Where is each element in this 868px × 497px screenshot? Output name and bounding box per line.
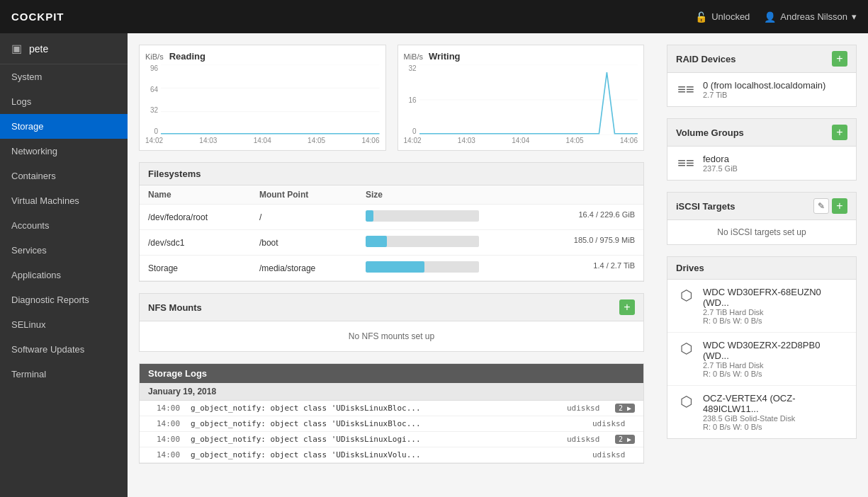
vg-title: Volume Groups (676, 127, 744, 138)
filesystems-table: Name Mount Point Size /dev/fedora/root/1… (140, 185, 643, 281)
filesystems-header: Filesystems (140, 163, 643, 185)
sidebar-host-name: pete (29, 43, 48, 55)
drive-item[interactable]: ⬡WDC WD30EFRX-68EUZN0 (WD...2.7 TiB Hard… (667, 280, 856, 333)
vg-header: Volume Groups + (667, 119, 856, 147)
log-source: udisksd (592, 419, 635, 428)
sidebar-item-system[interactable]: System (0, 64, 128, 89)
drives-body: ⬡WDC WD30EFRX-68EUZN0 (WD...2.7 TiB Hard… (667, 280, 856, 438)
sidebar-item-logs[interactable]: Logs (0, 89, 128, 114)
drive-item[interactable]: ⬡WDC WD30EZRX-22D8PB0 (WD...2.7 TiB Hard… (667, 333, 856, 386)
reading-y-axis: 96 64 32 0 (145, 64, 161, 135)
fs-mount: /media/storage (251, 256, 357, 281)
filesystems-tbody: /dev/fedora/root/16.4 / 229.6 GiB/dev/sd… (140, 205, 643, 281)
user-icon: 👤 (764, 11, 776, 23)
table-row[interactable]: Storage/media/storage1.4 / 2.7 TiB (140, 256, 643, 281)
sidebar-host: ▣ pete (0, 33, 128, 64)
drive-name: WDC WD30EZRX-22D8PB0 (WD... (703, 340, 847, 361)
raid-body: ≡≡ 0 (from localhost.localdomain) 2.7 Ti… (667, 73, 856, 106)
fs-name: Storage (140, 256, 251, 281)
sidebar-item-services[interactable]: Services (0, 238, 128, 263)
log-source: udisksd (567, 435, 609, 444)
writing-chart-svg (419, 64, 638, 135)
drive-name: WDC WD30EFRX-68EUZN0 (WD... (703, 287, 847, 308)
drive-sub: 2.7 TiB Hard Disk (703, 361, 847, 370)
fs-size-label: 185.0 / 975.9 MiB (574, 236, 635, 244)
raid-item-sub: 2.7 TiB (703, 91, 825, 99)
drive-item[interactable]: ⬡OCZ-VERTEX4 (OCZ-489ICLW11...238.5 GiB … (667, 386, 856, 438)
log-message: g_object_notify: object class 'UDisksLin… (191, 435, 561, 444)
iscsi-header: iSCSI Targets ✎ + (667, 193, 856, 220)
sidebar-item-diagnostic-reports[interactable]: Diagnostic Reports (0, 287, 128, 312)
drive-icon: ⬡ (676, 393, 696, 410)
right-sidebar: RAID Devices + ≡≡ 0 (from localhost.loca… (655, 33, 868, 497)
drives-panel: Drives ⬡WDC WD30EFRX-68EUZN0 (WD...2.7 T… (667, 256, 857, 439)
sidebar-item-containers[interactable]: Containers (0, 164, 128, 188)
drives-title: Drives (676, 263, 704, 273)
sidebar-item-virtual-machines[interactable]: Virtual Machines (0, 188, 128, 213)
drive-icon: ⬡ (676, 340, 696, 357)
log-time: 14:00 (157, 419, 185, 428)
drive-sub: 2.7 TiB Hard Disk (703, 308, 847, 316)
fs-mount: / (251, 205, 357, 230)
sidebar-item-software-updates[interactable]: Software Updates (0, 337, 128, 362)
list-item[interactable]: 14:00g_object_notify: object class 'UDis… (140, 432, 643, 447)
list-item[interactable]: 14:00g_object_notify: object class 'UDis… (140, 447, 643, 463)
user-label: Andreas Nilsson (780, 11, 847, 22)
sidebar-item-terminal[interactable]: Terminal (0, 362, 128, 387)
reading-x-labels: 14:02 14:03 14:04 14:05 14:06 (145, 137, 380, 144)
vg-item[interactable]: ≡≡ fedora 237.5 GiB (667, 147, 856, 180)
sidebar: ▣ pete SystemLogsStorageNetworkingContai… (0, 33, 128, 497)
fs-size-label: 1.4 / 2.7 TiB (593, 261, 635, 270)
fs-mount: /boot (251, 230, 357, 256)
nfs-header: NFS Mounts + (140, 294, 643, 321)
user-menu[interactable]: 👤 Andreas Nilsson ▾ (764, 11, 857, 23)
iscsi-panel: iSCSI Targets ✎ + No iSCSI targets set u… (667, 192, 857, 245)
writing-y-axis: 32 16 0 (404, 64, 419, 135)
log-badge: 2 ▶ (615, 435, 635, 444)
usage-bar-fill (366, 236, 387, 247)
raid-title: RAID Devices (676, 54, 736, 64)
storage-logs-panel: Storage Logs January 19, 2018 14:00g_obj… (139, 363, 644, 464)
list-item[interactable]: 14:00g_object_notify: object class 'UDis… (140, 416, 643, 432)
usage-bar-container (366, 261, 479, 273)
vg-item-sub: 237.5 GiB (703, 164, 738, 173)
nfs-title: NFS Mounts (148, 302, 202, 313)
nfs-add-button[interactable]: + (619, 299, 635, 315)
list-item[interactable]: 14:00g_object_notify: object class 'UDis… (140, 401, 643, 416)
iscsi-edit-button[interactable]: ✎ (813, 198, 829, 214)
writing-x-labels: 14:02 14:03 14:04 14:05 14:06 (404, 137, 638, 144)
writing-chart: MiB/s Writing 32 16 0 (398, 45, 645, 151)
sidebar-item-applications[interactable]: Applications (0, 263, 128, 287)
sidebar-item-selinux[interactable]: SELinux (0, 312, 128, 337)
nfs-empty: No NFS mounts set up (140, 321, 643, 351)
host-icon: ▣ (11, 42, 22, 55)
raid-add-button[interactable]: + (832, 51, 847, 67)
unlocked-label: Unlocked (711, 11, 750, 22)
sidebar-item-storage[interactable]: Storage (0, 114, 128, 139)
table-row[interactable]: /dev/fedora/root/16.4 / 229.6 GiB (140, 205, 643, 230)
usage-bar-container (366, 236, 479, 247)
sidebar-item-accounts[interactable]: Accounts (0, 213, 128, 238)
sidebar-item-networking[interactable]: Networking (0, 139, 128, 164)
storage-logs-date: January 19, 2018 (140, 383, 643, 401)
drive-name: OCZ-VERTEX4 (OCZ-489ICLW11... (703, 393, 847, 414)
table-row[interactable]: /dev/sdc1/boot185.0 / 975.9 MiB (140, 230, 643, 256)
charts-row: KiB/s Reading 96 64 32 0 (139, 45, 644, 151)
usage-bar-fill (366, 261, 424, 273)
vg-add-button[interactable]: + (832, 125, 847, 140)
log-message: g_object_notify: object class 'UDisksLin… (191, 450, 587, 459)
reading-chart: KiB/s Reading 96 64 32 0 (139, 45, 386, 151)
log-time: 14:00 (157, 435, 185, 444)
writing-title: Writing (429, 51, 461, 62)
raid-panel: RAID Devices + ≡≡ 0 (from localhost.loca… (667, 45, 857, 107)
reading-chart-svg (161, 64, 380, 135)
vg-icon: ≡≡ (676, 155, 696, 171)
raid-header: RAID Devices + (667, 45, 856, 73)
drives-header: Drives (667, 257, 856, 280)
raid-item[interactable]: ≡≡ 0 (from localhost.localdomain) 2.7 Ti… (667, 73, 856, 106)
log-rows: 14:00g_object_notify: object class 'UDis… (140, 401, 643, 463)
log-time: 14:00 (157, 404, 185, 413)
iscsi-add-button[interactable]: + (832, 198, 847, 214)
fs-size-label: 16.4 / 229.6 GiB (579, 210, 636, 219)
log-message: g_object_notify: object class 'UDisksLin… (191, 404, 561, 413)
